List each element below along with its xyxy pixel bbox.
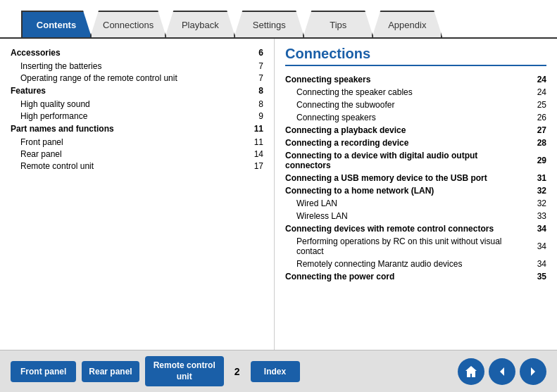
page-number: 2 bbox=[234, 366, 240, 377]
connections-row[interactable]: Connecting the speaker cables24 bbox=[285, 86, 546, 99]
connections-row[interactable]: Connecting speakers26 bbox=[285, 111, 546, 124]
toc-item-operating-range[interactable]: Operating range of the remote control un… bbox=[11, 72, 263, 84]
tab-playback[interactable]: Playback bbox=[165, 11, 235, 37]
connections-row[interactable]: Connecting to a home network (LAN)32 bbox=[285, 184, 546, 197]
left-panel-toc: Accessories 6 Inserting the batteries 7 … bbox=[0, 39, 275, 350]
connections-row[interactable]: Connecting the subwoofer25 bbox=[285, 99, 546, 111]
toc-item-inserting-batteries[interactable]: Inserting the batteries 7 bbox=[11, 60, 263, 72]
forward-arrow-icon bbox=[526, 365, 540, 379]
toc-item-front-panel[interactable]: Front panel 11 bbox=[11, 136, 263, 148]
toc-item-high-performance[interactable]: High performance 9 bbox=[11, 110, 263, 122]
connections-table: Connecting speakers24Connecting the spea… bbox=[285, 73, 546, 283]
connections-row[interactable]: Connecting speakers24 bbox=[285, 73, 546, 86]
connections-row[interactable]: Performing operations by RC on this unit… bbox=[285, 235, 546, 258]
back-button[interactable] bbox=[489, 358, 515, 385]
home-icon bbox=[464, 365, 478, 379]
toc-item-high-quality-sound[interactable]: High quality sound 8 bbox=[11, 98, 263, 110]
front-panel-button[interactable]: Front panel bbox=[11, 361, 76, 382]
connections-row[interactable]: Wired LAN32 bbox=[285, 197, 546, 210]
connections-row[interactable]: Remotely connecting Marantz audio device… bbox=[285, 258, 546, 270]
tab-settings[interactable]: Settings bbox=[234, 11, 304, 37]
connections-row[interactable]: Connecting a recording device28 bbox=[285, 137, 546, 149]
toc-section-part-names: Part names and functions 11 bbox=[11, 122, 263, 136]
bottom-bar: Front panel Rear panel Remote control un… bbox=[0, 350, 557, 392]
connections-row[interactable]: Connecting a playback device27 bbox=[285, 124, 546, 137]
tab-appendix[interactable]: Appendix bbox=[372, 11, 442, 37]
right-panel-connections: Connections Connecting speakers24Connect… bbox=[275, 39, 557, 350]
tab-contents[interactable]: Contents bbox=[21, 11, 92, 37]
connections-row[interactable]: Wireless LAN33 bbox=[285, 210, 546, 222]
connections-row[interactable]: Connecting devices with remote control c… bbox=[285, 222, 546, 235]
rear-panel-button[interactable]: Rear panel bbox=[82, 361, 139, 382]
toc-item-rear-panel[interactable]: Rear panel 14 bbox=[11, 148, 263, 160]
toc-section-features: Features 8 bbox=[11, 84, 263, 98]
toc-section-accessories: Accessories 6 bbox=[11, 46, 263, 60]
connections-title: Connections bbox=[285, 46, 546, 66]
tab-tips[interactable]: Tips bbox=[303, 11, 373, 37]
tab-connections[interactable]: Connections bbox=[90, 11, 166, 37]
home-button[interactable] bbox=[458, 358, 484, 385]
forward-button[interactable] bbox=[520, 358, 546, 385]
back-arrow-icon bbox=[495, 365, 509, 379]
remote-control-unit-button[interactable]: Remote control unit bbox=[145, 356, 224, 386]
toc-item-remote-control-unit[interactable]: Remote control unit 17 bbox=[11, 160, 263, 172]
index-button[interactable]: Index bbox=[251, 361, 300, 382]
bottom-right-nav bbox=[458, 358, 546, 385]
tab-bar: Contents Connections Playback Settings T… bbox=[0, 0, 557, 39]
connections-row[interactable]: Connecting to a device with digital audi… bbox=[285, 149, 546, 172]
connections-row[interactable]: Connecting a USB memory device to the US… bbox=[285, 172, 546, 184]
connections-row[interactable]: Connecting the power cord35 bbox=[285, 270, 546, 283]
main-content: Accessories 6 Inserting the batteries 7 … bbox=[0, 39, 557, 350]
